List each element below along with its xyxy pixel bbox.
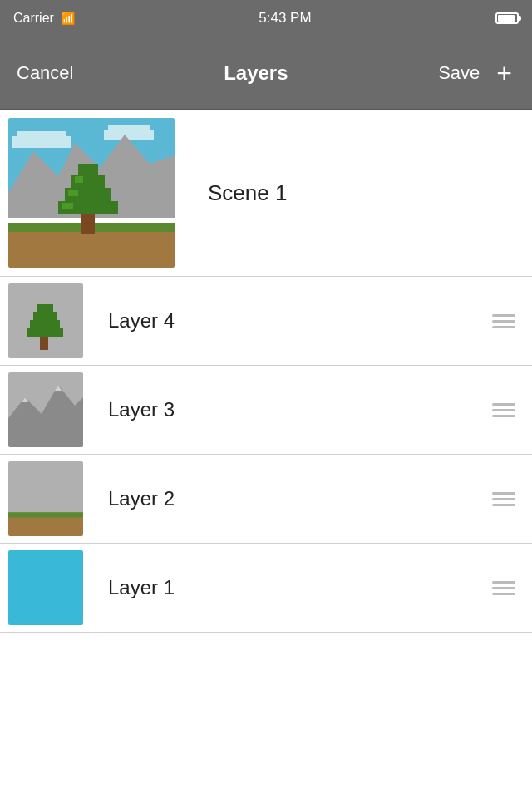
layer-thumbnail-3: [8, 372, 83, 447]
add-layer-button[interactable]: +: [493, 60, 515, 86]
carrier-label: Carrier: [13, 11, 54, 26]
drag-handle-2[interactable]: [492, 492, 515, 506]
list-item[interactable]: Layer 4: [0, 277, 532, 366]
time-label: 5:43 PM: [259, 10, 311, 27]
nav-right-actions: Save +: [438, 56, 515, 91]
scene-item[interactable]: Scene 1: [0, 110, 532, 277]
layer-label-2: Layer 2: [108, 487, 492, 510]
status-right: [495, 12, 519, 24]
layer-label-4: Layer 4: [108, 309, 492, 332]
status-bar: Carrier 📶 5:43 PM: [0, 0, 532, 37]
layer-thumbnail-1: [8, 550, 83, 625]
drag-handle-3[interactable]: [492, 403, 515, 417]
page-title: Layers: [224, 62, 288, 85]
layer-label-1: Layer 1: [108, 576, 492, 599]
layer-thumbnail-4: [8, 283, 83, 358]
scene-label: Scene 1: [208, 180, 287, 206]
layer-label-3: Layer 3: [108, 398, 492, 421]
drag-handle-1[interactable]: [492, 581, 515, 595]
drag-handle-4[interactable]: [492, 314, 515, 328]
layer-list: Layer 4 Layer 3 Layer 2 Layer 1: [0, 277, 532, 633]
cancel-button[interactable]: Cancel: [17, 56, 73, 91]
layer-thumbnail-2: [8, 461, 83, 536]
scene-thumbnail: [8, 118, 175, 268]
status-left: Carrier 📶: [13, 11, 75, 26]
list-item[interactable]: Layer 1: [0, 544, 532, 633]
nav-bar: Cancel Layers Save +: [0, 37, 532, 110]
battery-icon: [495, 12, 519, 24]
list-item[interactable]: Layer 2: [0, 455, 532, 544]
list-item[interactable]: Layer 3: [0, 366, 532, 455]
save-button[interactable]: Save: [438, 56, 480, 91]
wifi-icon: 📶: [61, 12, 75, 25]
